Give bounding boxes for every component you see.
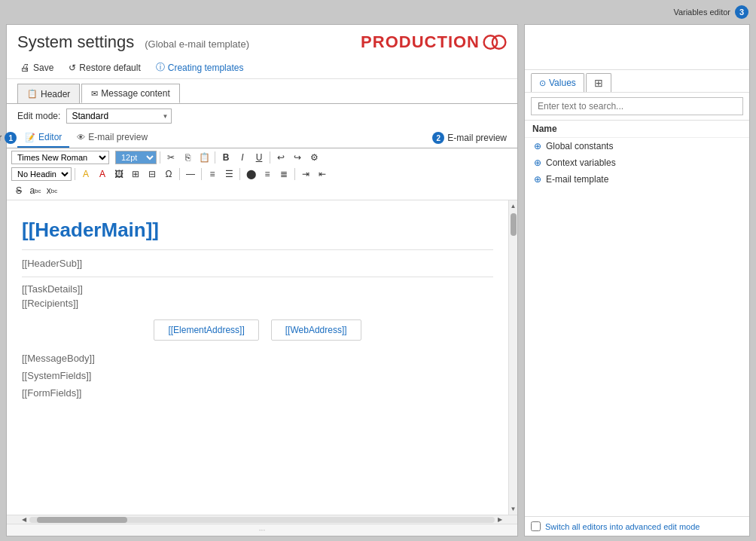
- horizontal-scrollbar[interactable]: ◀ ▶: [7, 515, 517, 524]
- header-tab-icon: 📋: [27, 89, 38, 99]
- editor-tabs: 📝 Editor 👁 E-mail preview: [17, 128, 155, 148]
- redo-button[interactable]: ↪: [290, 150, 305, 165]
- values-tab-icon: ⊙: [539, 78, 546, 88]
- header-main-placeholder: [[HeaderMain]]: [22, 212, 493, 245]
- tab-message-content[interactable]: ✉ Message content: [81, 84, 179, 103]
- edit-mode-label: Edit mode:: [17, 111, 60, 121]
- save-button[interactable]: 🖨 Save: [17, 60, 56, 75]
- font-color-button[interactable]: A: [78, 167, 93, 182]
- system-fields-placeholder: [[SystemFields]]: [22, 367, 493, 384]
- heading-select[interactable]: No Heading Heading 1 Heading 2 Heading 3: [11, 167, 72, 181]
- variables-editor-label: Variables editor: [673, 8, 730, 17]
- undo-button[interactable]: ↩: [273, 150, 288, 165]
- bold-button[interactable]: B: [218, 150, 233, 165]
- strikethrough-button[interactable]: S: [11, 183, 26, 198]
- creating-templates-button[interactable]: ⓘ Creating templates: [153, 60, 247, 75]
- tab-preview[interactable]: 👁 E-mail preview: [69, 128, 155, 148]
- tree-item-email[interactable]: ⊕ E-mail template: [525, 171, 749, 188]
- scroll-thumb[interactable]: [511, 213, 517, 236]
- search-box: [525, 93, 749, 121]
- message-tab-icon: ✉: [91, 89, 98, 99]
- underline-button[interactable]: U: [251, 150, 267, 165]
- header-sub-placeholder: [[HeaderSub]]: [22, 255, 493, 272]
- expand-icon-global: ⊕: [534, 141, 541, 151]
- form-fields-placeholder: [[FormFields]]: [22, 384, 493, 402]
- info-icon: ⓘ: [156, 61, 165, 74]
- bg-color-button[interactable]: A: [95, 167, 110, 182]
- expand-icon-context: ⊕: [534, 157, 541, 168]
- h-scroll-track[interactable]: [29, 517, 495, 523]
- align-left-button[interactable]: ⬤: [243, 167, 258, 182]
- variables-badge[interactable]: 3: [735, 5, 748, 19]
- restore-button[interactable]: ↺ Restore default: [66, 61, 143, 75]
- advanced-edit-mode-row: Switch all editors into advanced edit mo…: [525, 516, 749, 536]
- editor-left-label: Editor 1: [0, 132, 17, 144]
- tree-item-global[interactable]: ⊕ Global constants: [525, 138, 749, 154]
- size-select[interactable]: 12pt: [115, 151, 157, 164]
- special-char-button[interactable]: Ω: [161, 167, 176, 182]
- tree-item-context[interactable]: ⊕ Context variables: [525, 154, 749, 171]
- tree-list: ⊕ Global constants ⊕ Context variables ⊕…: [525, 138, 749, 188]
- search-input[interactable]: [531, 97, 743, 115]
- advanced-edit-checkbox[interactable]: [531, 521, 541, 531]
- edit-mode-select[interactable]: Standard Advanced: [66, 109, 172, 124]
- superscript-button[interactable]: abc: [28, 183, 43, 198]
- vertical-scrollbar[interactable]: ▲ ▼: [508, 200, 517, 515]
- hr-button[interactable]: —: [183, 167, 198, 182]
- restore-icon: ↺: [69, 63, 76, 73]
- indent-button[interactable]: ⇥: [298, 167, 313, 182]
- align-right-button[interactable]: ≣: [276, 167, 291, 182]
- copy-button[interactable]: ⎘: [180, 150, 195, 165]
- scroll-down-arrow[interactable]: ▼: [511, 503, 517, 515]
- outdent-button[interactable]: ⇤: [315, 167, 330, 182]
- image-button[interactable]: 🖼: [111, 167, 127, 182]
- h-scroll-thumb[interactable]: [37, 517, 127, 523]
- name-column-header: Name: [525, 121, 749, 138]
- table-insert-button[interactable]: ⊞: [128, 167, 143, 182]
- page-title: System settings: [17, 32, 134, 52]
- list-ol-button[interactable]: ≡: [205, 167, 220, 182]
- tab-values[interactable]: ⊙ Values: [531, 73, 584, 92]
- message-body-placeholder: [[MessageBody]]: [22, 350, 493, 367]
- email-preview-label: E-mail preview: [447, 133, 507, 143]
- recipients-placeholder: [[Recipients]]: [22, 296, 493, 310]
- paste-button[interactable]: 📋: [197, 150, 212, 165]
- task-details-placeholder: [[TaskDetails]]: [22, 282, 493, 296]
- tab-header[interactable]: 📋 Header: [17, 84, 80, 103]
- save-icon: 🖨: [20, 62, 30, 73]
- italic-button[interactable]: I: [235, 150, 250, 165]
- svg-point-1: [492, 35, 506, 49]
- format-button[interactable]: ⚙: [306, 150, 322, 165]
- preview-badge[interactable]: 2: [432, 132, 444, 144]
- page-subtitle: (Global e-mail template): [145, 38, 249, 50]
- resize-dots-icon: ···: [259, 526, 265, 534]
- resize-handle[interactable]: ···: [7, 524, 517, 536]
- font-select[interactable]: Times New Roman: [11, 151, 109, 164]
- editor-badge[interactable]: 1: [5, 132, 17, 144]
- element-address-button[interactable]: [[ElementAddress]]: [154, 319, 258, 341]
- subscript-button[interactable]: xbc: [44, 183, 59, 198]
- editor-tab-icon: 📝: [25, 133, 35, 142]
- cut-button[interactable]: ✂: [163, 150, 178, 165]
- list-ul-button[interactable]: ☰: [221, 167, 236, 182]
- scroll-right-arrow[interactable]: ▶: [498, 516, 502, 523]
- align-center-button[interactable]: ≡: [260, 167, 275, 182]
- web-address-button[interactable]: [[WebAddress]]: [271, 319, 361, 341]
- expand-icon-email: ⊕: [534, 174, 541, 185]
- preview-badge-area: 2 E-mail preview: [432, 132, 507, 144]
- preview-tab-icon: 👁: [77, 133, 85, 142]
- table-button[interactable]: ⊟: [145, 167, 160, 182]
- brand-logo: PRODUCTION: [361, 32, 507, 52]
- scroll-up-arrow[interactable]: ▲: [511, 200, 517, 212]
- tab-editor[interactable]: 📝 Editor: [17, 128, 69, 148]
- scroll-left-arrow[interactable]: ◀: [22, 516, 26, 523]
- table-tab-icon: ⊞: [594, 77, 603, 89]
- tab-table[interactable]: ⊞: [586, 73, 611, 92]
- right-panel-tabs: ⊙ Values ⊞: [525, 70, 749, 93]
- editor-content[interactable]: [[HeaderMain]] [[HeaderSub]] [[TaskDetai…: [7, 200, 508, 515]
